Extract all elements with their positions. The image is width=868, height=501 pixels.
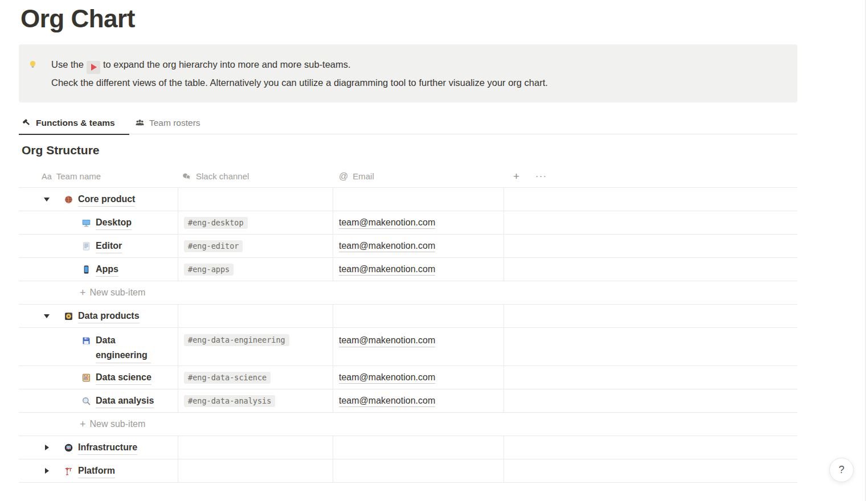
team-name-link[interactable]: Data science — [96, 370, 152, 385]
email-cell[interactable] — [333, 436, 504, 459]
row-expand-toggle[interactable] — [44, 314, 50, 318]
slack-channel-chip[interactable]: #eng-apps — [184, 264, 234, 276]
add-column-button[interactable]: + — [513, 170, 519, 183]
slack-channel-cell[interactable]: #eng-apps — [178, 258, 333, 281]
slack-channel-cell[interactable] — [178, 459, 333, 482]
slack-channel-chip[interactable]: #eng-desktop — [184, 217, 248, 229]
slack-channel-cell[interactable] — [178, 188, 333, 211]
text-type-icon: Aa — [42, 172, 52, 181]
new-sub-item-row[interactable]: +New sub-item — [19, 281, 797, 305]
database-title: Org Structure — [22, 143, 100, 157]
red-expand-triangle-icon — [87, 61, 100, 74]
team-name-link[interactable]: Apps — [96, 262, 118, 277]
tab-functions-and-teams[interactable]: Functions & teams — [19, 112, 129, 134]
team-name-link[interactable]: Infrastructure — [78, 440, 137, 455]
table-row: Data analysis#eng-data-analysisteam@make… — [19, 389, 797, 413]
people-group-icon — [135, 118, 145, 128]
email-cell[interactable]: team@makenotion.com — [333, 366, 504, 389]
slack-channel-chip[interactable]: #eng-editor — [184, 240, 243, 252]
email-cell[interactable]: team@makenotion.com — [333, 389, 504, 412]
question-mark-icon: ? — [838, 464, 844, 476]
slack-channel-chip[interactable]: #eng-data-science — [184, 372, 271, 384]
email-cell[interactable] — [333, 459, 504, 482]
email-link[interactable]: team@makenotion.com — [339, 371, 435, 384]
metro-emoji — [64, 443, 73, 453]
table-row: Desktop#eng-desktopteam@makenotion.com — [19, 211, 797, 235]
team-name-cell: Data products — [19, 305, 178, 327]
plus-icon: + — [80, 287, 86, 299]
team-name-cell: Editor — [19, 235, 178, 257]
construction-crane-emoji — [64, 466, 73, 476]
new-sub-item-row[interactable]: +New sub-item — [19, 413, 797, 436]
empty-cell[interactable] — [504, 211, 797, 234]
email-cell[interactable]: team@makenotion.com — [333, 235, 504, 257]
table-row: Data science#eng-data-scienceteam@makeno… — [19, 366, 797, 389]
slack-channel-cell[interactable]: #eng-data-analysis — [178, 389, 333, 412]
row-expand-toggle[interactable] — [44, 198, 50, 202]
at-sign-icon: @ — [339, 171, 348, 182]
callout-text: Use theto expand the org hierarchy into … — [51, 56, 548, 102]
empty-cell[interactable] — [504, 436, 797, 459]
slack-channel-cell[interactable]: #eng-data-science — [178, 366, 333, 389]
plus-icon: + — [80, 418, 86, 430]
column-header-team-name[interactable]: Aa Team name — [19, 171, 178, 181]
slack-channel-cell[interactable]: #eng-editor — [178, 235, 333, 257]
slack-channel-cell[interactable] — [178, 436, 333, 459]
document-emoji — [81, 241, 91, 251]
email-cell[interactable]: team@makenotion.com — [333, 258, 504, 281]
org-structure-table: Aa Team name Slack channel @ Email + ···… — [19, 165, 797, 483]
team-name-cell: Data analysis — [19, 389, 178, 412]
email-cell[interactable] — [333, 305, 504, 327]
team-name-link[interactable]: Editor — [96, 239, 122, 254]
team-name-cell: Data engineering — [19, 328, 178, 366]
email-link[interactable]: team@makenotion.com — [339, 334, 435, 347]
new-sub-item-label: New sub-item — [90, 288, 146, 298]
table-options-button[interactable]: ··· — [535, 171, 547, 182]
slack-channel-cell[interactable]: #eng-data-engineering — [178, 328, 333, 366]
tab-label: Functions & teams — [36, 118, 115, 128]
table-row: Data products — [19, 305, 797, 328]
empty-cell[interactable] — [504, 459, 797, 482]
column-header-slack-channel[interactable]: Slack channel — [178, 171, 333, 182]
empty-cell[interactable] — [504, 389, 797, 412]
empty-cell[interactable] — [504, 305, 797, 327]
empty-cell[interactable] — [504, 188, 797, 211]
help-button[interactable]: ? — [829, 458, 854, 482]
email-link[interactable]: team@makenotion.com — [339, 216, 435, 229]
tab-team-rosters[interactable]: Team rosters — [135, 112, 200, 134]
email-link[interactable]: team@makenotion.com — [339, 240, 435, 253]
email-cell[interactable]: team@makenotion.com — [333, 211, 504, 234]
team-name-link[interactable]: Data products — [78, 309, 140, 324]
desktop-computer-emoji — [81, 218, 91, 228]
team-name-link[interactable]: Data analysis — [96, 393, 154, 409]
row-expand-toggle[interactable] — [44, 445, 50, 450]
empty-cell[interactable] — [504, 366, 797, 389]
page-title: Org Chart — [21, 5, 135, 33]
slack-channel-chip[interactable]: #eng-data-analysis — [184, 395, 275, 407]
email-cell[interactable]: team@makenotion.com — [333, 328, 504, 366]
email-cell[interactable] — [333, 188, 504, 211]
table-row: Infrastructure — [19, 436, 797, 459]
empty-cell[interactable] — [504, 258, 797, 281]
slack-channel-cell[interactable]: #eng-desktop — [178, 211, 333, 234]
team-name-link[interactable]: Desktop — [96, 215, 132, 231]
empty-cell[interactable] — [504, 235, 797, 257]
team-name-cell: Platform — [19, 459, 178, 482]
team-name-link[interactable]: Platform — [78, 463, 115, 479]
table-row: Core product — [19, 188, 797, 211]
yarn-ball-emoji — [64, 195, 73, 204]
email-link[interactable]: team@makenotion.com — [339, 263, 435, 276]
team-name-cell: Core product — [19, 188, 178, 211]
magnifying-glass-emoji — [81, 396, 91, 406]
slack-channel-chip[interactable]: #eng-data-engineering — [184, 334, 289, 346]
slack-channel-cell[interactable] — [178, 305, 333, 327]
team-name-link[interactable]: Data engineering — [96, 333, 151, 363]
table-row: Data engineering#eng-data-engineeringtea… — [19, 328, 797, 366]
email-link[interactable]: team@makenotion.com — [339, 395, 435, 408]
chat-bubbles-icon — [182, 171, 191, 182]
empty-cell[interactable] — [504, 328, 797, 366]
column-header-email[interactable]: @ Email — [333, 171, 504, 182]
scrollbar-track[interactable] — [865, 0, 868, 501]
row-expand-toggle[interactable] — [44, 468, 50, 474]
team-name-link[interactable]: Core product — [78, 192, 135, 207]
